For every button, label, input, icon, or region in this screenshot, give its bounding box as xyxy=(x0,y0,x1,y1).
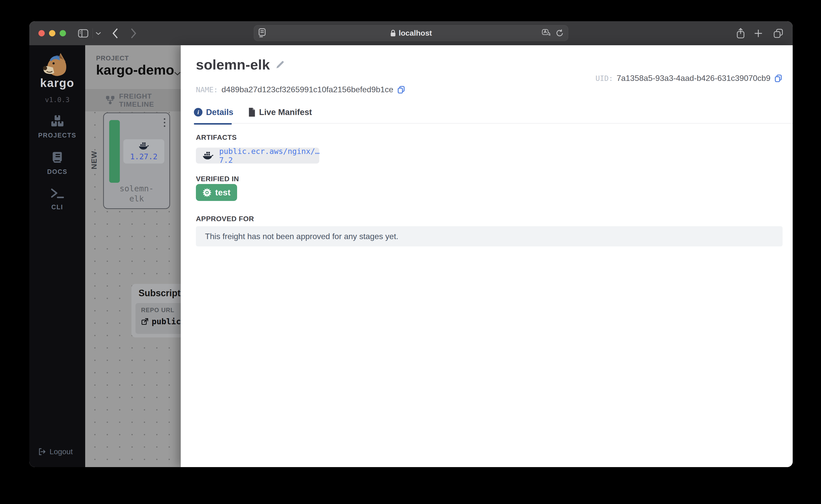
name-label: NAME: xyxy=(196,85,218,94)
share-icon[interactable] xyxy=(736,21,745,45)
lock-icon xyxy=(390,29,396,37)
external-link-icon xyxy=(141,318,149,325)
approved-for-box: This freight has not been approved for a… xyxy=(196,226,783,246)
edit-alias-icon[interactable] xyxy=(275,60,285,70)
active-tab-underline xyxy=(194,123,232,125)
timeline-graph-icon xyxy=(105,96,115,105)
file-icon xyxy=(248,107,256,117)
freight-timeline-panel: PROJECT kargo-demo xyxy=(85,45,181,467)
drawer-tabs: i Details Live Manifest xyxy=(194,107,793,124)
logout-label: Logout xyxy=(50,447,73,456)
sidebar-item-cli[interactable]: CLI xyxy=(29,188,85,211)
freight-card-menu-icon[interactable] xyxy=(164,118,165,127)
back-button[interactable] xyxy=(112,21,119,45)
freight-details-drawer: solemn-elk UID: 7a1358a5-93a3-4aad-b426-… xyxy=(181,45,793,467)
freight-timeline-body: NEW xyxy=(85,111,181,467)
artifact-image-ref[interactable]: public.ecr.aws/nginx/… 7.2 xyxy=(219,147,320,165)
sidebar-toggle-icon[interactable] xyxy=(78,21,88,45)
kargo-logo xyxy=(41,52,73,78)
new-tab-icon[interactable] xyxy=(754,21,763,45)
freight-card[interactable]: 1.27.2 solemn- elk xyxy=(103,112,170,209)
app-sidebar: kargo v1.0.3 PROJECTS xyxy=(29,45,85,467)
freight-artifact-chip[interactable]: 1.27.2 xyxy=(123,139,164,164)
new-column-label: NEW xyxy=(90,151,98,169)
repo-url-label: REPO URL xyxy=(141,307,181,314)
info-icon: i xyxy=(194,108,202,117)
freight-title: solemn-elk xyxy=(196,56,270,73)
reload-icon[interactable] xyxy=(555,29,564,37)
subscription-repo-box: REPO URL public.e xyxy=(135,303,181,334)
minimize-window-button[interactable] xyxy=(49,30,55,36)
project-caret-icon[interactable] xyxy=(174,72,181,76)
uid-row: UID: 7a1358a5-93a3-4aad-b426-631c39070cb… xyxy=(596,74,783,83)
verified-in-heading: VERIFIED IN xyxy=(196,175,239,183)
project-name[interactable]: kargo-demo xyxy=(96,62,174,78)
name-value: d489ba27d123cf3265991c10fa2156befed9b1ce xyxy=(221,85,393,94)
freight-stage-bar xyxy=(109,120,120,183)
docker-icon xyxy=(139,142,149,150)
tab-details[interactable]: i Details xyxy=(194,107,233,117)
close-window-button[interactable] xyxy=(38,30,45,36)
approved-for-heading: APPROVED FOR xyxy=(196,215,254,223)
kargo-wordmark: kargo xyxy=(29,76,85,90)
address-bar[interactable]: localhost xyxy=(254,25,568,41)
docs-book-icon xyxy=(52,151,63,164)
app-version: v1.0.3 xyxy=(29,96,85,104)
cli-terminal-icon xyxy=(51,188,64,199)
sidebar-item-label: PROJECTS xyxy=(29,132,85,139)
docker-icon xyxy=(202,151,214,160)
verification-seal-icon xyxy=(202,188,212,197)
freight-timeline-title: FREIGHT TIMELINE xyxy=(119,92,181,108)
artifact-chip[interactable]: public.ecr.aws/nginx/… 7.2 xyxy=(196,148,319,164)
approved-for-message: This freight has not been approved for a… xyxy=(205,232,398,241)
sidebar-item-label: DOCS xyxy=(29,168,85,175)
forward-button[interactable] xyxy=(130,21,137,45)
logout-icon xyxy=(38,448,46,456)
subscriptions-card: Subscriptio REPO URL xyxy=(131,284,181,337)
translate-icon[interactable] xyxy=(542,29,551,37)
sidebar-item-docs[interactable]: DOCS xyxy=(29,151,85,175)
tab-label: Live Manifest xyxy=(259,107,312,117)
repo-url-value[interactable]: public.e xyxy=(152,317,181,326)
tab-overview-icon[interactable] xyxy=(773,21,784,45)
stage-name: test xyxy=(215,188,230,197)
verified-stage-badge[interactable]: test xyxy=(196,184,237,201)
chevron-down-icon[interactable] xyxy=(96,21,101,45)
browser-window: localhost xyxy=(29,21,793,467)
project-header: PROJECT kargo-demo xyxy=(85,45,181,89)
projects-boxes-icon xyxy=(51,115,64,127)
uid-label: UID: xyxy=(596,74,613,83)
tab-live-manifest[interactable]: Live Manifest xyxy=(248,107,312,117)
kargo-app: kargo v1.0.3 PROJECTS xyxy=(29,45,793,467)
url-host: localhost xyxy=(399,29,432,37)
freight-image-version: 1.27.2 xyxy=(130,152,157,161)
project-label: PROJECT xyxy=(96,54,129,62)
subscriptions-title: Subscriptio xyxy=(139,288,181,299)
freight-name: solemn- elk xyxy=(104,184,169,204)
desktop: localhost xyxy=(0,0,821,504)
artifacts-heading: ARTIFACTS xyxy=(196,133,237,142)
logout-button[interactable]: Logout xyxy=(38,447,73,456)
sidebar-item-label: CLI xyxy=(29,203,85,211)
copy-name-icon[interactable] xyxy=(397,85,405,94)
sidebar-item-projects[interactable]: PROJECTS xyxy=(29,115,85,139)
tab-label: Details xyxy=(206,107,233,117)
traffic-lights xyxy=(38,30,66,36)
name-row: NAME: d489ba27d123cf3265991c10fa2156befe… xyxy=(196,85,405,94)
zoom-window-button[interactable] xyxy=(60,30,66,36)
freight-timeline-header: FREIGHT TIMELINE xyxy=(85,89,181,111)
browser-toolbar: localhost xyxy=(29,21,793,45)
copy-uid-icon[interactable] xyxy=(774,74,783,83)
uid-value: 7a1358a5-93a3-4aad-b426-631c39070cb9 xyxy=(617,74,770,83)
